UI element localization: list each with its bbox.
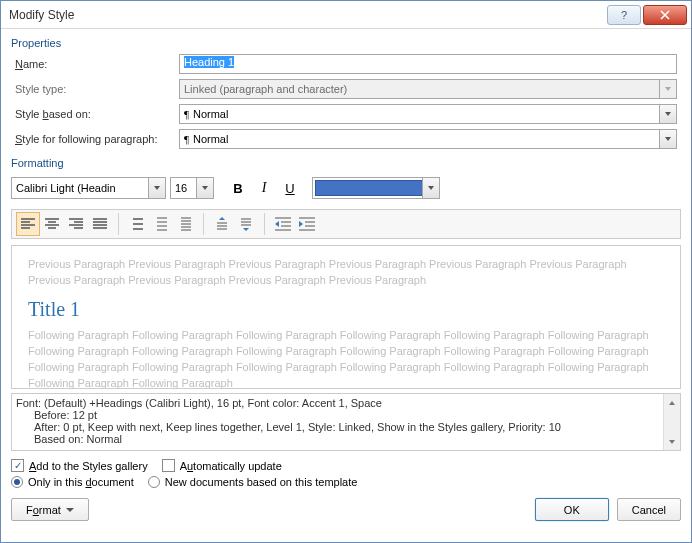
auto-update-checkbox[interactable]: [162, 459, 175, 472]
new-documents-radio[interactable]: [148, 476, 160, 488]
dialog-body: Properties Name: Heading 1 Style type: L…: [1, 29, 691, 542]
chevron-down-icon[interactable]: [659, 130, 676, 148]
paragraph-toolbar: [11, 209, 681, 239]
italic-button[interactable]: I: [252, 177, 276, 199]
add-to-gallery-label: Add to the Styles gallery: [29, 460, 148, 472]
name-label: Name:: [15, 58, 179, 70]
bold-button[interactable]: B: [226, 177, 250, 199]
ok-button[interactable]: OK: [535, 498, 609, 521]
close-icon: [660, 10, 670, 20]
modify-style-dialog: Modify Style ? Properties Name: Heading …: [0, 0, 692, 543]
preview-pane: Previous Paragraph Previous Paragraph Pr…: [11, 245, 681, 389]
cancel-button[interactable]: Cancel: [617, 498, 681, 521]
paragraph-icon: ¶: [184, 108, 189, 120]
font-size-combo[interactable]: 16: [170, 177, 214, 199]
font-combo[interactable]: Calibri Light (Headin: [11, 177, 166, 199]
align-left-button[interactable]: [16, 212, 40, 236]
preview-sample-text: Title 1: [28, 298, 664, 321]
chevron-down-icon[interactable]: [659, 105, 676, 123]
following-combo[interactable]: ¶ Normal: [179, 129, 677, 149]
chevron-down-icon[interactable]: [422, 178, 439, 198]
decrease-indent-button[interactable]: [271, 212, 295, 236]
line-spacing-2-button[interactable]: [173, 212, 197, 236]
space-before-decrease-button[interactable]: [234, 212, 258, 236]
underline-button[interactable]: U: [278, 177, 302, 199]
add-to-gallery-checkbox[interactable]: [11, 459, 24, 472]
based-on-combo[interactable]: ¶ Normal: [179, 104, 677, 124]
preview-previous-text: Previous Paragraph Previous Paragraph Pr…: [28, 256, 664, 288]
align-justify-button[interactable]: [88, 212, 112, 236]
scroll-down-icon[interactable]: [664, 433, 680, 450]
preview-following-text: Following Paragraph Following Paragraph …: [28, 327, 664, 389]
chevron-down-icon[interactable]: [196, 178, 213, 198]
format-menu-button[interactable]: Format: [11, 498, 89, 521]
font-color-combo[interactable]: [312, 177, 440, 199]
style-type-combo: Linked (paragraph and character): [179, 79, 677, 99]
only-in-document-radio[interactable]: [11, 476, 23, 488]
close-button[interactable]: [643, 5, 687, 25]
only-in-document-label: Only in this document: [28, 476, 134, 488]
align-right-button[interactable]: [64, 212, 88, 236]
chevron-down-icon: [659, 80, 676, 98]
increase-indent-button[interactable]: [295, 212, 319, 236]
style-type-label: Style type:: [15, 83, 179, 95]
scroll-up-icon[interactable]: [664, 394, 680, 411]
chevron-down-icon[interactable]: [148, 178, 165, 198]
based-on-label: Style based on:: [15, 108, 179, 120]
formatting-group-label: Formatting: [11, 157, 681, 169]
align-center-button[interactable]: [40, 212, 64, 236]
help-button[interactable]: ?: [607, 5, 641, 25]
line-spacing-15-button[interactable]: [149, 212, 173, 236]
name-input[interactable]: Heading 1: [179, 54, 677, 74]
color-swatch: [315, 180, 437, 196]
description-scrollbar[interactable]: [663, 394, 680, 450]
properties-group-label: Properties: [11, 37, 681, 49]
auto-update-label: Automatically update: [180, 460, 282, 472]
new-documents-label: New documents based on this template: [165, 476, 358, 488]
titlebar: Modify Style ?: [1, 1, 691, 29]
chevron-down-icon: [66, 508, 74, 512]
space-before-increase-button[interactable]: [210, 212, 234, 236]
following-label: Style for following paragraph:: [15, 133, 179, 145]
line-spacing-1-button[interactable]: [125, 212, 149, 236]
style-description: Font: (Default) +Headings (Calibri Light…: [11, 393, 681, 451]
paragraph-icon: ¶: [184, 133, 189, 145]
window-title: Modify Style: [9, 8, 605, 22]
